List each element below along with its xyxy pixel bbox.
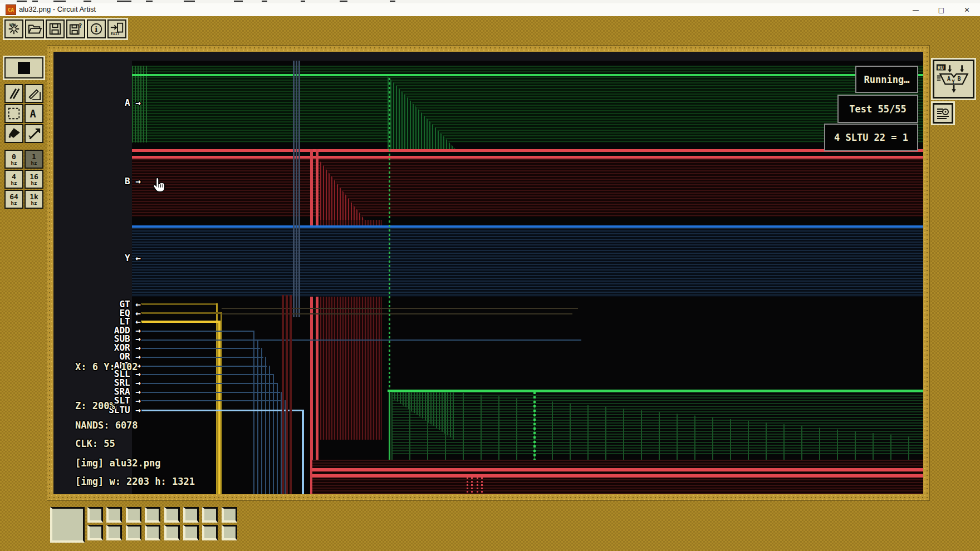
palette-slot[interactable] (126, 507, 141, 523)
svg-text:Y: Y (952, 79, 955, 85)
toolbar-save-button[interactable] (46, 19, 65, 38)
app-icon: CA (6, 4, 16, 15)
circuit-trace (310, 149, 313, 494)
clock-1khz-button[interactable]: 1khz (24, 190, 43, 209)
clock-0hz-button[interactable]: 0hz (4, 150, 23, 169)
circuit-trace (298, 61, 300, 317)
save-icon (48, 22, 62, 36)
title-bar: CA alu32.png - Circuit Artist — □ ✕ (0, 3, 980, 16)
image-size: [img] w: 2203 h: 1321 (75, 476, 195, 487)
circuit-trace (141, 374, 273, 375)
cursor-position: X: 6 Y: 102 (75, 361, 138, 372)
circuit-trace (218, 321, 220, 494)
port-label-b: B → (53, 176, 141, 186)
circuit-trace (132, 228, 923, 297)
palette-slot[interactable] (164, 525, 180, 540)
circuit-trace (312, 474, 923, 478)
palette-slot[interactable] (145, 507, 160, 523)
palette-slot[interactable] (126, 525, 141, 540)
run-tests-button[interactable]: RU A B Y (933, 60, 974, 99)
circuit-trace (261, 348, 262, 494)
port-label-a: A → (53, 97, 141, 108)
palette-slot[interactable] (164, 507, 180, 523)
palette-slot[interactable] (202, 525, 218, 540)
circuit-trace (141, 400, 283, 401)
background-sliver-mark (234, 1, 243, 2)
circuit-trace (132, 159, 923, 217)
circuit-trace (290, 295, 292, 494)
circuit-trace (302, 410, 304, 494)
circuit-image[interactable] (132, 61, 923, 494)
palette-slot-large[interactable] (50, 507, 85, 543)
background-sliver-mark (32, 1, 38, 2)
minimize-button[interactable]: — (903, 3, 928, 16)
tool-picker-button[interactable] (24, 124, 43, 143)
exit-icon: EXIT (110, 22, 124, 36)
tool-line-button[interactable] (24, 84, 43, 103)
background-sliver-mark (17, 1, 27, 2)
palette-slot[interactable] (222, 507, 237, 523)
toolbar-info-button[interactable]: i (87, 19, 106, 38)
tool-fill-button[interactable] (4, 124, 23, 143)
palette-slot[interactable] (222, 525, 237, 540)
palette-slot[interactable] (87, 507, 103, 523)
clock-64hz-button[interactable]: 64hz (4, 190, 23, 209)
inspect-button[interactable] (933, 103, 953, 124)
circuit-trace (141, 357, 263, 358)
palette-slot[interactable] (202, 507, 218, 523)
circuit-trace (277, 383, 278, 494)
svg-text:EXIT: EXIT (111, 32, 120, 36)
palette-slot[interactable] (106, 507, 122, 523)
tool-text-button[interactable]: A (24, 104, 43, 123)
palette-slot[interactable] (183, 507, 199, 523)
palette-slot[interactable] (183, 525, 199, 540)
maximize-button[interactable]: □ (929, 3, 954, 16)
background-sliver-mark (262, 1, 267, 2)
palette-slot[interactable] (87, 525, 103, 540)
close-button[interactable]: ✕ (954, 3, 979, 16)
run-tests-icon: RU A B Y (936, 63, 972, 95)
clock-4hz-button[interactable]: 4hz (4, 170, 23, 189)
toolbar-save-as-button[interactable]: ? (66, 19, 85, 38)
clock-count: CLK: 55 (75, 438, 115, 449)
svg-text:?: ? (79, 22, 82, 29)
palette-slot[interactable] (145, 525, 160, 540)
open-icon (27, 22, 42, 36)
toolbar-open-button[interactable] (25, 19, 44, 38)
circuit-trace (132, 66, 923, 142)
circuit-trace (141, 383, 277, 384)
circuit-trace (286, 295, 288, 494)
selection-icon (7, 106, 21, 121)
toolbar-exit-button[interactable]: EXIT (107, 19, 126, 38)
test-progress: Test 55/55 (837, 95, 918, 123)
clock-1hz-button[interactable]: 1hz (24, 150, 43, 169)
circuit-trace (141, 392, 280, 393)
circuit-trace (481, 478, 483, 494)
circuit-trace (253, 331, 254, 494)
window-title: alu32.png - Circuit Artist (19, 5, 96, 13)
circuit-trace (296, 61, 297, 317)
palette-slot[interactable] (106, 525, 122, 540)
circuit-trace (141, 348, 260, 349)
circuit-trace (471, 478, 473, 494)
circuit-trace (132, 74, 923, 76)
toolbar-new-button[interactable]: NEW (4, 19, 23, 38)
circuit-trace (389, 78, 390, 390)
clock-speed-grid: 0hz1hz4hz16hz64hz1khz (4, 150, 43, 209)
tool-brush-button[interactable] (4, 84, 23, 103)
background-sliver-mark (184, 1, 195, 2)
clock-16hz-button[interactable]: 16hz (24, 170, 43, 189)
tool-select-button[interactable] (4, 104, 23, 123)
background-sliver-mark (390, 1, 395, 2)
svg-text:NEW: NEW (9, 23, 16, 27)
background-sliver-mark (84, 1, 91, 2)
fill-icon (7, 126, 21, 141)
toolbar: NEW?iEXIT (4, 19, 126, 38)
background-sliver-mark (53, 1, 66, 2)
circuit-artist-window: CA alu32.png - Circuit Artist — □ ✕ NEW?… (0, 0, 980, 551)
circuit-trace (216, 303, 218, 494)
circuit-canvas[interactable]: A →B →Y ←GT ←EQ ←LT ←ADD →SUB →XOR →OR →… (53, 52, 923, 494)
nand-count: NANDS: 6078 (75, 420, 138, 431)
current-color-swatch (18, 62, 30, 74)
color-swatch-button[interactable] (4, 57, 43, 78)
